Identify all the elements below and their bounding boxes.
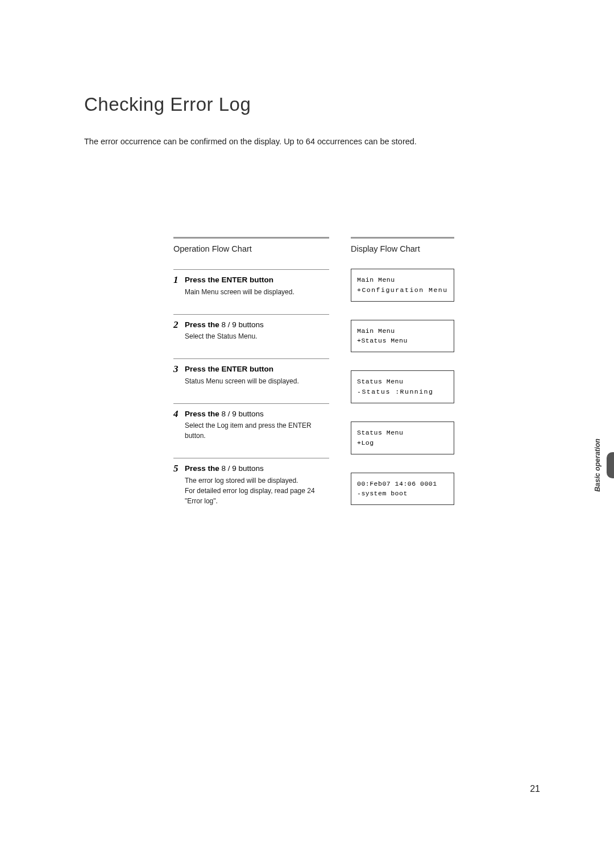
operation-flow-column: Operation Flow Chart 1 Press the ENTER b… (173, 237, 329, 523)
step-1-desc: Main Menu screen will be displayed. (185, 287, 329, 297)
step-5-desc: The error log stored will be displayed. … (185, 475, 329, 506)
display-line: Status Menu (357, 377, 448, 387)
left-column-header: Operation Flow Chart (173, 244, 329, 253)
step-2: 2 Press the 8 / 9 buttons Select the Sta… (173, 314, 329, 342)
step-4-title: Press the 8 / 9 buttons (185, 409, 329, 419)
intro-text: The error occurrence can be confirmed on… (84, 137, 540, 146)
page-number: 21 (530, 784, 540, 794)
display-flow-column: Display Flow Chart Main Menu +Configurat… (351, 237, 454, 523)
step-number: 2 (173, 320, 179, 342)
display-line: +Configuration Menu (357, 285, 448, 295)
step-3-desc: Status Menu screen will be displayed. (185, 376, 329, 386)
section-tab-label: Basic operation (594, 439, 601, 492)
display-box-4: Status Menu +Log (351, 422, 454, 454)
step-number: 1 (173, 275, 179, 297)
display-line: Main Menu (357, 275, 448, 285)
display-line: -system boot (357, 489, 448, 499)
step-number: 4 (173, 409, 179, 441)
display-line: Status Menu (357, 428, 448, 438)
right-column-header: Display Flow Chart (351, 244, 454, 253)
step-4-desc: Select the Log item and press the ENTER … (185, 420, 329, 441)
display-line: 00:Feb07 14:06 0001 (357, 479, 448, 489)
display-box-2: Main Menu +Status Menu (351, 320, 454, 353)
display-box-5: 00:Feb07 14:06 0001 -system boot (351, 473, 454, 506)
page-title: Checking Error Log (84, 94, 540, 115)
left-header-bar (173, 237, 329, 239)
display-line: Main Menu (357, 326, 448, 336)
flow-columns: Operation Flow Chart 1 Press the ENTER b… (173, 237, 540, 523)
step-4: 4 Press the 8 / 9 buttons Select the Log… (173, 403, 329, 441)
step-3-title: Press the ENTER button (185, 364, 329, 374)
step-5-title: Press the 8 / 9 buttons (185, 464, 329, 474)
display-line: -Status :Running (357, 387, 448, 397)
display-line: +Status Menu (357, 336, 448, 346)
step-number: 3 (173, 364, 179, 386)
display-box-1: Main Menu +Configuration Menu (351, 269, 454, 302)
step-2-desc: Select the Status Menu. (185, 331, 329, 341)
display-line: +Log (357, 438, 448, 448)
step-1: 1 Press the ENTER button Main Menu scree… (173, 269, 329, 297)
step-5: 5 Press the 8 / 9 buttons The error log … (173, 458, 329, 506)
step-2-title: Press the 8 / 9 buttons (185, 320, 329, 330)
step-number: 5 (173, 464, 179, 506)
step-1-title: Press the ENTER button (185, 275, 329, 285)
section-tab-block (607, 452, 614, 478)
display-box-3: Status Menu -Status :Running (351, 370, 454, 403)
step-3: 3 Press the ENTER button Status Menu scr… (173, 358, 329, 386)
right-header-bar (351, 237, 454, 239)
section-tab: Basic operation (594, 439, 614, 492)
